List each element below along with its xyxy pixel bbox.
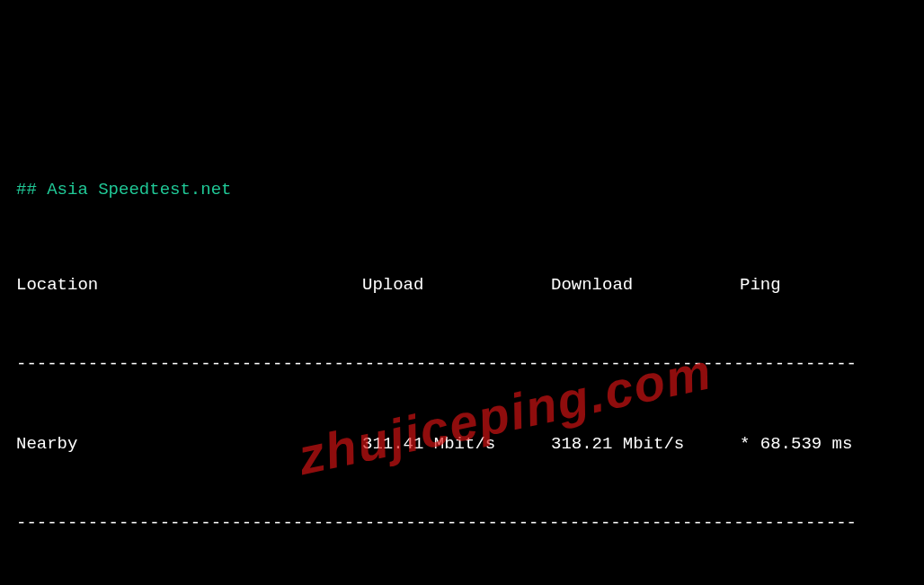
terminal-output: ## Asia Speedtest.net LocationUploadDown… bbox=[16, 124, 908, 585]
section-header: ## Asia Speedtest.net bbox=[16, 177, 908, 203]
header-location: Location bbox=[16, 272, 362, 298]
column-headers: LocationUploadDownloadPing bbox=[16, 272, 908, 298]
header-upload: Upload bbox=[362, 272, 551, 298]
header-download: Download bbox=[551, 272, 740, 298]
divider: ----------------------------------------… bbox=[16, 510, 908, 536]
nearby-upload: 311.41 Mbit/s bbox=[362, 431, 551, 457]
nearby-download: 318.21 Mbit/s bbox=[551, 431, 740, 457]
nearby-ping: * 68.539 ms bbox=[740, 431, 908, 457]
header-ping: Ping bbox=[740, 272, 908, 298]
divider: ----------------------------------------… bbox=[16, 351, 908, 377]
nearby-row: Nearby311.41 Mbit/s318.21 Mbit/s* 68.539… bbox=[16, 431, 908, 457]
nearby-location: Nearby bbox=[16, 431, 362, 457]
